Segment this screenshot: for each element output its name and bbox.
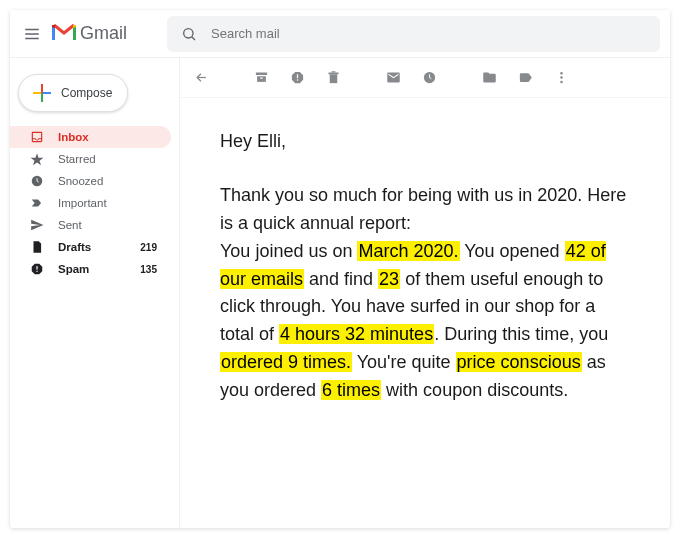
highlight: ordered 9 times. — [220, 352, 352, 372]
sidebar-item-snoozed[interactable]: Snoozed — [10, 170, 171, 192]
email-greeting: Hey Elli, — [220, 128, 630, 156]
star-icon — [30, 152, 44, 166]
svg-rect-13 — [296, 79, 297, 80]
plus-icon — [33, 84, 51, 102]
sidebar-item-label: Sent — [58, 219, 157, 231]
svg-point-17 — [560, 81, 563, 84]
search-input[interactable] — [211, 26, 646, 41]
mark-unread-button[interactable] — [384, 69, 402, 87]
sidebar-item-label: Inbox — [58, 131, 157, 143]
important-icon — [30, 196, 44, 210]
highlight: 4 hours 32 minutes — [279, 324, 434, 344]
sidebar-item-count: 135 — [140, 264, 157, 275]
snooze-button[interactable] — [420, 69, 438, 87]
gmail-logo[interactable]: Gmail — [52, 21, 127, 47]
sidebar: Compose Inbox Starred — [10, 58, 180, 528]
sidebar-item-drafts[interactable]: Drafts 219 — [10, 236, 171, 258]
sidebar-item-label: Starred — [58, 153, 157, 165]
report-spam-button[interactable] — [288, 69, 306, 87]
sidebar-item-starred[interactable]: Starred — [10, 148, 171, 170]
more-button[interactable] — [552, 69, 570, 87]
file-icon — [30, 240, 44, 254]
header: Gmail — [10, 10, 670, 58]
menu-icon[interactable] — [20, 22, 44, 46]
delete-button[interactable] — [324, 69, 342, 87]
inbox-icon — [30, 130, 44, 144]
svg-point-16 — [560, 76, 563, 79]
svg-point-15 — [560, 72, 563, 75]
svg-rect-11 — [260, 78, 263, 79]
email-paragraph: Thank you so much for being with us in 2… — [220, 182, 630, 405]
highlight: 23 — [378, 269, 400, 289]
sidebar-item-label: Snoozed — [58, 175, 157, 187]
svg-rect-10 — [255, 73, 266, 76]
sidebar-item-sent[interactable]: Sent — [10, 214, 171, 236]
sidebar-item-count: 219 — [140, 242, 157, 253]
gmail-logo-text: Gmail — [80, 23, 127, 44]
sidebar-item-label: Important — [58, 197, 157, 209]
svg-line-6 — [192, 36, 195, 39]
body: Compose Inbox Starred — [10, 58, 670, 528]
email-body: Hey Elli, Thank you so much for being wi… — [180, 98, 670, 425]
search-bar[interactable] — [167, 16, 660, 52]
search-icon — [181, 26, 197, 42]
highlight: March 2020. — [357, 241, 459, 261]
spam-icon — [30, 262, 44, 276]
move-to-button[interactable] — [480, 69, 498, 87]
toolbar — [180, 58, 670, 98]
main: Hey Elli, Thank you so much for being wi… — [180, 58, 670, 528]
sidebar-item-label: Drafts — [58, 241, 140, 253]
gmail-m-icon — [52, 21, 76, 47]
labels-button[interactable] — [516, 69, 534, 87]
svg-point-5 — [184, 28, 193, 37]
sidebar-item-important[interactable]: Important — [10, 192, 171, 214]
sent-icon — [30, 218, 44, 232]
highlight: price conscious — [456, 352, 582, 372]
sidebar-item-inbox[interactable]: Inbox — [10, 126, 171, 148]
clock-icon — [30, 174, 44, 188]
archive-button[interactable] — [252, 69, 270, 87]
svg-rect-9 — [36, 271, 37, 272]
highlight: 6 times — [321, 380, 381, 400]
folder-list: Inbox Starred Snoozed — [10, 126, 179, 280]
sidebar-item-label: Spam — [58, 263, 140, 275]
back-button[interactable] — [192, 69, 210, 87]
compose-label: Compose — [61, 86, 112, 100]
svg-rect-8 — [36, 266, 37, 270]
svg-rect-12 — [296, 74, 297, 78]
compose-button[interactable]: Compose — [18, 74, 128, 112]
sidebar-item-spam[interactable]: Spam 135 — [10, 258, 171, 280]
gmail-app: Gmail Compose Inbox — [10, 10, 670, 528]
